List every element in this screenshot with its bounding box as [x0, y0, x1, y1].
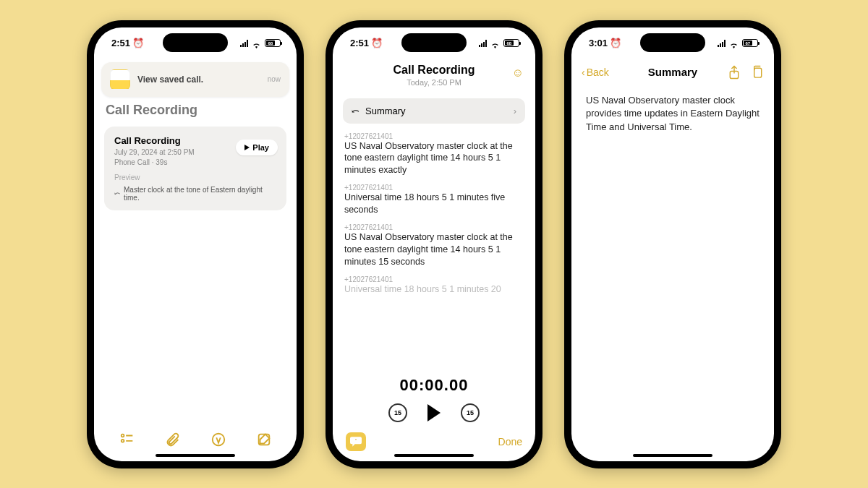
- card-subtitle: Phone Call · 39s: [114, 158, 276, 166]
- home-indicator[interactable]: [156, 454, 235, 457]
- alarm-icon: ⏰: [371, 38, 383, 48]
- caller-number: +12027621401: [344, 275, 524, 283]
- summary-icon: ⤺: [352, 106, 359, 116]
- status-time: 2:51: [350, 38, 369, 48]
- summary-body: US Naval Observatory master clock provid…: [571, 84, 774, 145]
- checklist-icon[interactable]: [119, 432, 135, 448]
- chevron-left-icon: ‹: [582, 67, 585, 78]
- notification-title: View saved call.: [137, 74, 203, 85]
- preview-label: Preview: [114, 174, 276, 181]
- play-button[interactable]: Play: [236, 140, 278, 155]
- recording-header: Call Recording Today, 2:50 PM ☺: [333, 59, 535, 94]
- emoji-button[interactable]: ☺: [512, 67, 524, 80]
- play-label: Play: [252, 143, 269, 152]
- phone-summary: 3:01 ⏰ 67 ‹ Back Summary US Naval Observ…: [564, 20, 781, 468]
- transcript-entry: +12027621401 Universal time 18 hours 5 1…: [344, 184, 524, 216]
- back-button[interactable]: ‹ Back: [582, 67, 609, 78]
- chevron-right-icon: ›: [514, 106, 516, 116]
- page-title: Summary: [648, 66, 697, 78]
- svg-rect-8: [754, 68, 762, 77]
- copy-icon[interactable]: [751, 65, 764, 80]
- status-time: 2:51: [111, 38, 130, 48]
- home-indicator[interactable]: [633, 454, 712, 457]
- done-button[interactable]: Done: [498, 436, 522, 448]
- recording-card[interactable]: Call Recording July 29, 2024 at 2:50 PM …: [104, 127, 286, 210]
- nav-bar: ‹ Back Summary: [571, 59, 774, 84]
- caller-number: +12027621401: [344, 184, 524, 192]
- preview-text: Master clock at the tone of Eastern dayl…: [124, 186, 276, 202]
- back-label: Back: [587, 67, 609, 78]
- caller-number: +12027621401: [344, 132, 524, 140]
- signal-icon: [479, 40, 487, 47]
- transcript-entry: +12027621401 US Naval Observatory master…: [344, 132, 524, 177]
- transcript-entry: +12027621401 Universal time 18 hours 5 1…: [344, 275, 524, 296]
- transcript-entry: +12027621401 US Naval Observatory master…: [344, 223, 524, 268]
- transcript-text: US Naval Observatory master clock at the…: [344, 140, 524, 177]
- svg-point-2: [121, 440, 124, 442]
- signal-icon: [240, 40, 248, 47]
- status-time: 3:01: [589, 38, 608, 48]
- home-indicator[interactable]: [394, 454, 474, 457]
- notification-banner[interactable]: View saved call. now: [101, 62, 289, 97]
- summary-row[interactable]: ⤺ Summary ›: [343, 98, 525, 124]
- recording-title: Call Recording: [344, 64, 524, 77]
- phone-transcript: 2:51 ⏰ 68 Call Recording Today, 2:50 PM …: [326, 20, 542, 468]
- wifi-icon: [252, 40, 261, 47]
- attachment-icon[interactable]: [165, 432, 181, 448]
- summary-label: Summary: [365, 106, 406, 116]
- battery-icon: 68: [503, 39, 519, 47]
- skip-forward-button[interactable]: 15: [461, 403, 480, 422]
- page-title: Call Recording: [94, 103, 297, 124]
- share-icon[interactable]: [728, 65, 741, 80]
- alarm-icon: ⏰: [610, 38, 621, 48]
- dynamic-island: [640, 33, 705, 52]
- signal-icon: [718, 40, 726, 47]
- playback-time: 00:00.00: [333, 376, 535, 395]
- preview-row: ⤺ Master clock at the tone of Eastern da…: [114, 186, 276, 202]
- notes-app-icon: [110, 69, 130, 90]
- audio-player: 00:00.00 15 15: [333, 370, 535, 429]
- battery-icon: 68: [265, 39, 281, 47]
- transcript-text: Universal time 18 hours 5 1 minutes five…: [344, 192, 524, 216]
- play-button[interactable]: [427, 404, 441, 421]
- compose-icon[interactable]: [256, 432, 272, 448]
- svg-point-0: [121, 434, 124, 437]
- play-icon: [244, 145, 250, 150]
- wifi-icon: [490, 40, 500, 47]
- transcript-text: Universal time 18 hours 5 1 minutes 20: [344, 283, 524, 296]
- notification-time: now: [268, 75, 281, 83]
- transcript-list[interactable]: +12027621401 US Naval Observatory master…: [333, 128, 535, 370]
- dynamic-island: [401, 33, 467, 52]
- skip-back-button[interactable]: 15: [388, 403, 407, 422]
- wifi-icon: [729, 40, 739, 47]
- markup-icon[interactable]: [210, 432, 226, 448]
- quote-button[interactable]: ": [346, 432, 366, 451]
- caller-number: +12027621401: [344, 223, 524, 231]
- alarm-icon: ⏰: [132, 38, 144, 48]
- phone-notes-list: 2:51 ⏰ 68 View saved call. now Call Reco…: [87, 20, 304, 468]
- transcript-icon: ⤺: [114, 189, 120, 197]
- battery-icon: 67: [742, 39, 758, 47]
- transcript-text: US Naval Observatory master clock at the…: [344, 231, 524, 268]
- dynamic-island: [163, 33, 228, 52]
- recording-subtitle: Today, 2:50 PM: [344, 78, 524, 87]
